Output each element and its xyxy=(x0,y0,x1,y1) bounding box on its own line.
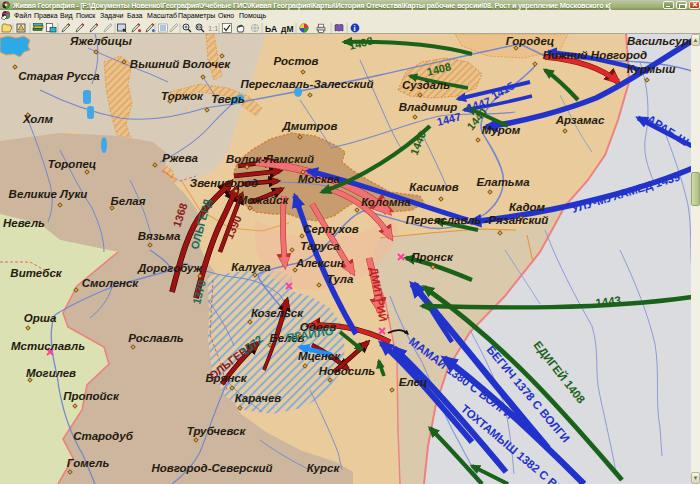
svg-text:Гомель: Гомель xyxy=(67,457,110,469)
svg-text:Могилев: Могилев xyxy=(26,367,76,379)
svg-text:Тверь: Тверь xyxy=(211,93,245,105)
svg-text:Невель: Невель xyxy=(3,217,45,229)
svg-text:Мценск: Мценск xyxy=(298,350,341,362)
svg-text:Калуга: Калуга xyxy=(231,261,271,273)
svg-text:Козельск: Козельск xyxy=(251,307,304,319)
svg-text:Васильсурск: Васильсурск xyxy=(627,35,700,47)
svg-text:Орша: Орша xyxy=(24,312,57,324)
svg-text:1:1: 1:1 xyxy=(208,24,218,33)
svg-text:Городец: Городец xyxy=(506,35,555,47)
svg-text:Курмыш: Курмыш xyxy=(627,63,677,75)
svg-text:Стародуб: Стародуб xyxy=(73,430,134,442)
svg-text:Нижний Новгород: Нижний Новгород xyxy=(543,49,647,61)
svg-text:Великие Луки: Великие Луки xyxy=(9,188,88,200)
svg-text:Мстиславль: Мстиславль xyxy=(11,340,85,352)
svg-text:Новосиль: Новосиль xyxy=(319,365,376,377)
svg-text:Пронск: Пронск xyxy=(411,251,454,263)
svg-text:Пропойск: Пропойск xyxy=(63,390,120,402)
svg-text:Вышний Волочек: Вышний Волочек xyxy=(130,58,231,70)
svg-text:Холм: Холм xyxy=(22,113,53,125)
svg-text:Смоленск: Смоленск xyxy=(82,277,140,289)
svg-text:Трубчевск: Трубчевск xyxy=(187,425,247,437)
svg-text:Дорогобуж: Дорогобуж xyxy=(137,262,203,274)
svg-text:Курск: Курск xyxy=(307,462,341,474)
svg-text:Старая Русса: Старая Русса xyxy=(18,70,100,82)
svg-text:Яжелбицы: Яжелбицы xyxy=(69,35,132,47)
svg-text:Муром: Муром xyxy=(482,124,521,136)
svg-text:Рославль: Рославль xyxy=(128,332,184,344)
svg-text:Звенигород: Звенигород xyxy=(190,177,258,189)
svg-text:Коломна: Коломна xyxy=(361,196,411,208)
svg-text:Москва: Москва xyxy=(298,173,341,185)
svg-text:Елатьма: Елатьма xyxy=(476,176,530,188)
svg-text:Дмитров: Дмитров xyxy=(281,120,337,132)
svg-text:Переяславль -Рязанский: Переяславль -Рязанский xyxy=(406,214,549,226)
svg-text:Карачев: Карачев xyxy=(235,392,282,404)
svg-text:Белая: Белая xyxy=(111,195,146,207)
svg-text:Владимир: Владимир xyxy=(399,101,458,113)
svg-text:Суздаль: Суздаль xyxy=(402,79,450,91)
svg-text:Торопец: Торопец xyxy=(48,158,97,170)
svg-text:Переславль-Залесский: Переславль-Залесский xyxy=(240,78,373,90)
svg-text:i: i xyxy=(353,24,355,33)
svg-text:Волок-Ламский: Волок-Ламский xyxy=(226,153,314,165)
svg-text:Вязьма: Вязьма xyxy=(138,230,181,242)
svg-text:Новгород-Северский: Новгород-Северский xyxy=(151,462,272,474)
svg-text:Кадом: Кадом xyxy=(509,201,546,213)
svg-text:Ростов: Ростов xyxy=(274,55,319,67)
svg-text:Тула: Тула xyxy=(327,273,354,285)
svg-text:Можайск: Можайск xyxy=(238,194,290,206)
svg-text:Касимов: Касимов xyxy=(409,181,458,193)
svg-text:Серпухов: Серпухов xyxy=(303,223,358,235)
svg-text:Арзамас: Арзамас xyxy=(555,114,605,126)
svg-text:Алексин: Алексин xyxy=(295,257,344,269)
svg-text:Таруса: Таруса xyxy=(300,240,340,252)
svg-text:ЬA: ЬA xyxy=(265,24,277,34)
svg-text:Елец: Елец xyxy=(399,376,428,388)
svg-text:Ржева: Ржева xyxy=(162,152,198,164)
svg-text:Торжок: Торжок xyxy=(161,90,204,102)
svg-text:Витебск: Витебск xyxy=(10,267,62,279)
svg-text:дM: дM xyxy=(281,24,293,34)
